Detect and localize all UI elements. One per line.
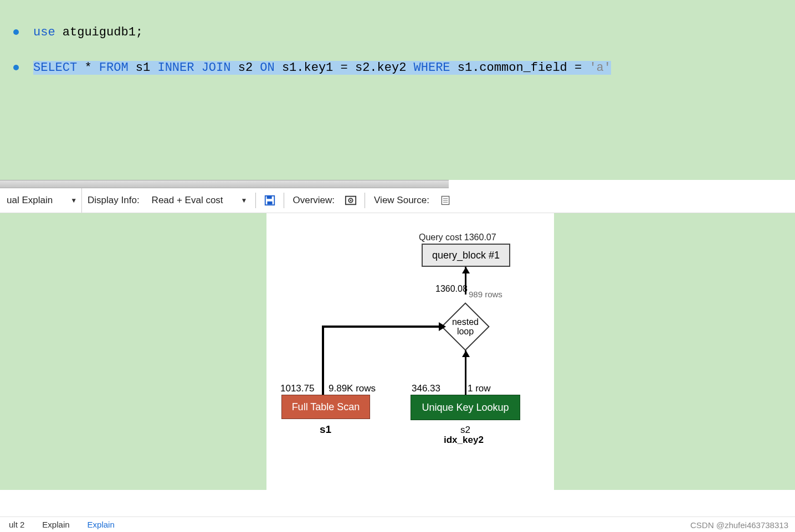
unique-key-lookup-node[interactable]: Unique Key Lookup [411,395,520,420]
arrow-icon [439,322,446,331]
query-cost-label: Query cost 1360.07 [419,233,496,242]
right-cost: 346.33 [412,383,440,394]
bottom-tabs: ult 2 Explain Explain [0,516,795,532]
editor-line-1 [0,6,795,23]
editor-line-3 [0,41,795,59]
connector [322,326,443,328]
left-rows: 9.89K rows [329,383,376,394]
editor-line-2[interactable]: use atguigudb1; [0,23,795,41]
right-margin [554,213,795,490]
kw-join: JOIN [202,61,231,75]
nested-loop-node[interactable]: nestedloop [442,303,489,350]
tab-result[interactable]: ult 2 [0,520,33,529]
kw-where: WHERE [414,61,450,75]
connector [465,350,466,395]
kw-on: ON [260,61,274,75]
left-margin [0,213,266,490]
svg-rect-1 [266,196,271,199]
tab-explain-1[interactable]: Explain [33,520,78,529]
pane-divider[interactable] [0,180,449,188]
arrow-icon [462,267,470,273]
query-block-node[interactable]: query_block #1 [422,244,510,267]
overview-icon[interactable] [342,192,359,209]
sql-editor[interactable]: use atguigudb1; SELECT * FROM s1 INNER J… [0,0,795,180]
watermark: CSDN @zhufei463738313 [690,520,788,530]
explain-mode-dropdown[interactable]: ual Explain ▼ [0,188,82,213]
svg-rect-2 [267,202,272,205]
display-info-label: Display Info: [82,195,145,206]
result-toolbar: ual Explain ▼ Display Info: Read + Eval … [0,188,795,213]
overview-label: Overview: [288,195,341,206]
chevron-down-icon: ▼ [70,197,77,204]
full-table-scan-node[interactable]: Full Table Scan [281,395,370,419]
svg-point-5 [350,200,352,202]
connector [322,326,324,395]
breakpoint-icon[interactable] [13,29,19,35]
tab-explain-2[interactable]: Explain [79,520,124,529]
editor-line-4[interactable]: SELECT * FROM s1 INNER JOIN s2 ON s1.key… [0,59,795,76]
kw-inner: INNER [157,61,194,75]
right-rows: 1 row [468,383,491,394]
rows-label: 989 rows [469,290,502,299]
view-source-label: View Source: [368,195,435,206]
chevron-down-icon: ▼ [241,197,248,204]
breakpoint-icon[interactable] [13,65,19,70]
table-label-s1: s1 [320,423,331,436]
table-label-s2: s2 [460,425,470,436]
visual-explain-pane: Query cost 1360.07 query_block #1 1360.0… [0,213,795,490]
save-icon[interactable] [261,192,278,209]
kw-select: SELECT [33,61,77,75]
cost-label: 1360.08 [435,284,468,294]
view-source-icon[interactable] [437,192,454,209]
kw-from: FROM [99,61,129,75]
index-label: idx_key2 [444,435,484,446]
cost-dropdown[interactable]: Read + Eval cost ▼ [145,188,252,213]
arrow-icon [462,350,470,357]
left-cost: 1013.75 [280,383,314,394]
explain-diagram[interactable]: Query cost 1360.07 query_block #1 1360.0… [266,213,554,490]
